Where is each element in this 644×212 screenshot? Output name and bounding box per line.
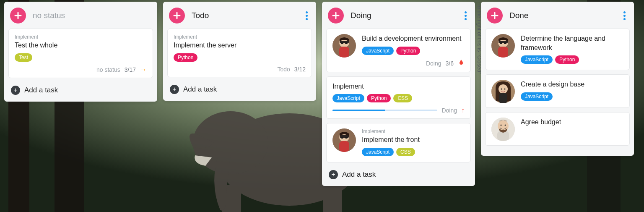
tag-css: CSS: [396, 148, 415, 156]
column-nostatus: no statusImplementTest the wholeTestno s…: [4, 2, 157, 102]
tag-py: Python: [555, 55, 579, 64]
card-epic: Implement: [174, 34, 306, 40]
card-points: 3/12: [294, 66, 306, 73]
column-title: Doing: [351, 11, 371, 20]
svg-rect-6: [323, 185, 342, 212]
task-card[interactable]: Create a design baseJavaScript: [485, 74, 630, 108]
plus-icon: +: [329, 170, 338, 179]
tag-test: Test: [15, 53, 32, 62]
task-card[interactable]: ImplementTest the wholeTestno status3/17…: [8, 29, 153, 78]
column-menu-button[interactable]: [303, 9, 310, 23]
add-card-button[interactable]: [487, 8, 503, 24]
card-points: 3/6: [446, 60, 454, 67]
card-epic: Implement: [15, 34, 147, 40]
task-card[interactable]: ImplementImplement the serverPythonTodo3…: [167, 29, 312, 77]
progress-bar: [332, 110, 437, 111]
tag-js: JavaScript: [521, 92, 553, 101]
avatar: [491, 34, 515, 58]
card-points: 3/17: [125, 66, 136, 73]
card-title: Implement: [332, 82, 465, 91]
add-card-button[interactable]: [169, 8, 185, 24]
tag-js: JavaScript: [362, 148, 394, 156]
card-title: Determine the language and framework: [521, 34, 623, 52]
card-status: Doing: [426, 60, 441, 67]
card-title: Build a development environment: [362, 34, 465, 43]
tag-css: CSS: [393, 94, 412, 102]
column-menu-button[interactable]: [621, 9, 628, 23]
add-task-button[interactable]: +Add a task: [326, 167, 471, 180]
task-card[interactable]: ImplementJavaScriptPythonCSSDoing↑: [326, 76, 471, 119]
card-status: Doing: [441, 107, 457, 114]
column-done: DoneDetermine the language and framework…: [481, 2, 634, 156]
task-card[interactable]: Build a development environmentJavaScrip…: [326, 29, 471, 72]
add-task-label: Add a task: [342, 170, 376, 179]
card-epic: Implement: [362, 128, 465, 134]
tag-py: Python: [367, 94, 391, 102]
avatar: [332, 128, 356, 152]
tag-py: Python: [174, 53, 197, 62]
task-card[interactable]: Agree budget: [485, 112, 630, 146]
plus-icon: +: [11, 86, 20, 95]
tag-js: JavaScript: [362, 47, 394, 55]
add-card-button[interactable]: [10, 8, 26, 24]
card-title: Implement the server: [174, 41, 306, 50]
card-title: Implement the front: [362, 135, 465, 144]
column-title: Todo: [192, 11, 209, 20]
arrow-right-icon: →: [140, 66, 147, 73]
tag-js: JavaScript: [521, 55, 553, 64]
card-title: Test the whole: [15, 41, 147, 50]
avatar: [332, 34, 356, 58]
column-doing: DoingBuild a development environmentJava…: [322, 2, 475, 186]
add-task-label: Add a task: [183, 85, 217, 94]
card-title: Create a design base: [521, 80, 623, 89]
task-card[interactable]: ImplementImplement the frontJavaScriptCS…: [326, 123, 471, 162]
card-status: no status: [96, 66, 120, 73]
column-menu-button[interactable]: [462, 9, 469, 23]
tag-js: JavaScript: [332, 94, 364, 102]
card-title: Agree budget: [521, 118, 623, 127]
plus-icon: +: [170, 85, 179, 94]
add-task-label: Add a task: [24, 86, 58, 94]
column-todo: TodoImplementImplement the serverPythonT…: [163, 2, 316, 101]
task-card[interactable]: Determine the language and frameworkJava…: [485, 29, 630, 70]
avatar: [491, 118, 515, 141]
tag-py: Python: [396, 47, 420, 55]
add-card-button[interactable]: [328, 8, 344, 24]
column-title: Done: [509, 11, 528, 20]
add-task-button[interactable]: +Add a task: [167, 81, 312, 95]
column-title: no status: [33, 11, 65, 20]
arrow-up-icon: ↑: [461, 107, 465, 114]
add-task-button[interactable]: +Add a task: [8, 82, 153, 96]
avatar: [491, 80, 515, 103]
card-status: Todo: [277, 66, 290, 73]
fire-icon: [458, 59, 465, 68]
